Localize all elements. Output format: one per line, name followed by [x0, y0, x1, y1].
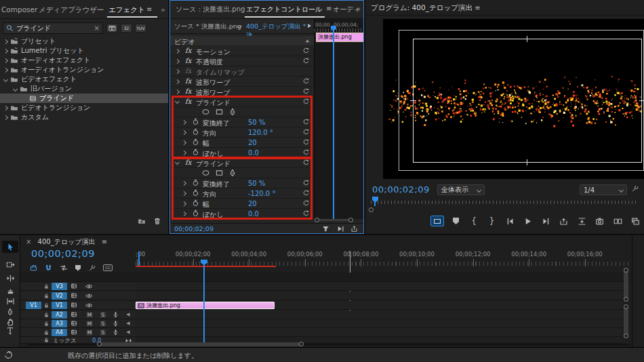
mask-ellipse-icon[interactable]	[201, 108, 210, 116]
timeline-timecode[interactable]: 00;00;02;09	[31, 248, 95, 259]
timeline-clip[interactable]: fx 決勝進出.png	[136, 302, 275, 309]
tree-item-4[interactable]: オーディオトランジション	[0, 65, 168, 75]
lock-icon[interactable]	[43, 302, 49, 308]
stopwatch-icon[interactable]	[192, 128, 199, 136]
param-row[interactable]: 方向120.0 °	[170, 127, 314, 138]
param-row[interactable]: 方向-120.0 °	[170, 188, 314, 199]
chevron-right-icon[interactable]	[182, 130, 186, 135]
chevron-right-icon[interactable]	[182, 181, 186, 186]
effect-row[interactable]: fx不透明度	[170, 56, 314, 66]
new-custom-bin-icon[interactable]	[138, 215, 146, 228]
chevron-down-icon[interactable]	[175, 99, 180, 104]
scrollbar-knob[interactable]	[97, 342, 102, 346]
track-output-icon[interactable]	[126, 321, 132, 326]
voiceover-mic-icon[interactable]	[113, 329, 119, 336]
reset-icon[interactable]	[302, 118, 310, 125]
track-target-badge[interactable]: A2	[52, 311, 67, 319]
lock-icon[interactable]	[43, 312, 49, 318]
ripple-edit-tool[interactable]	[2, 272, 18, 284]
mark-in-button[interactable]: {	[468, 216, 480, 226]
fx-badge-icon[interactable]: fx	[185, 98, 191, 105]
close-icon[interactable]: ×	[26, 238, 31, 245]
captions-icon[interactable]: CC	[103, 264, 113, 271]
track-visibility-icon[interactable]	[85, 283, 93, 290]
track-lane[interactable]	[136, 319, 622, 328]
solo-button[interactable]: S	[99, 311, 107, 319]
tree-item-6[interactable]: 旧バージョン	[0, 84, 168, 94]
tree-item-9[interactable]: カスタム	[0, 113, 168, 122]
scrollbar-knob[interactable]	[369, 207, 374, 212]
reset-icon[interactable]	[302, 47, 310, 54]
track-target-badge[interactable]: V3	[52, 283, 67, 290]
extract-button[interactable]	[576, 216, 588, 226]
safe-margins-button[interactable]	[430, 216, 444, 226]
resolution-select[interactable]: 1/4	[580, 184, 627, 195]
accelerated-effects-badge[interactable]	[106, 24, 118, 33]
fx-badge-icon[interactable]: fx	[185, 159, 191, 166]
chevron-right-icon[interactable]	[3, 67, 8, 72]
chevron-right-icon[interactable]	[182, 201, 186, 206]
tree-item-5[interactable]: ビデオエフェクト	[0, 75, 168, 84]
chevron-right-icon[interactable]	[182, 140, 186, 145]
reset-icon[interactable]	[302, 189, 310, 197]
param-value[interactable]: 120.0 °	[248, 129, 273, 136]
type-tool[interactable]: T	[2, 325, 18, 338]
param-value[interactable]: 50 %	[248, 180, 265, 187]
stopwatch-icon[interactable]	[192, 209, 199, 217]
param-value[interactable]: -120.0 °	[248, 190, 275, 197]
ec-timecode[interactable]: 00;00;02;09	[174, 225, 214, 233]
sync-lock-icon[interactable]	[71, 311, 77, 318]
timeline-zoom-scrollbar[interactable]	[100, 342, 302, 346]
scrollbar-knob[interactable]	[348, 218, 353, 222]
reset-icon[interactable]	[302, 209, 310, 217]
tree-item-2[interactable]: Lumetri プリセット	[0, 46, 168, 56]
mute-button[interactable]: M	[85, 320, 94, 327]
panel-overflow-icon[interactable]: »	[161, 5, 165, 14]
comparison-view-button[interactable]	[611, 216, 624, 226]
playhead-line[interactable]	[203, 262, 205, 344]
chevron-right-icon[interactable]	[182, 150, 186, 155]
reset-icon[interactable]	[302, 128, 310, 136]
tree-item-7[interactable]: ブラインド	[0, 94, 168, 103]
param-row[interactable]: 変換終了50 %	[170, 117, 314, 127]
param-value[interactable]: 0.0	[248, 149, 259, 157]
chevron-right-icon[interactable]	[175, 69, 180, 74]
track-visibility-icon[interactable]	[85, 292, 93, 300]
step-forward-button[interactable]	[540, 216, 552, 226]
sync-lock-icon[interactable]	[71, 329, 77, 336]
reset-icon[interactable]	[302, 148, 310, 156]
chevron-right-icon[interactable]	[182, 212, 186, 216]
track-lane[interactable]	[136, 328, 622, 337]
tab-1[interactable]: ソース : 決勝進出.png	[176, 5, 245, 14]
chevron-right-icon[interactable]	[175, 59, 180, 64]
chevron-right-icon[interactable]	[3, 115, 8, 119]
mask-pen-icon[interactable]	[228, 108, 237, 116]
sync-lock-icon[interactable]	[71, 292, 77, 299]
param-value[interactable]: 20	[248, 200, 257, 207]
fx-badge-icon[interactable]: fx	[185, 57, 191, 64]
tab-2[interactable]: エフェクトコントロール	[246, 5, 322, 14]
effects-search[interactable]: ×	[3, 22, 103, 34]
stopwatch-icon[interactable]	[192, 118, 199, 125]
solo-button[interactable]: S	[99, 320, 107, 327]
voiceover-mic-icon[interactable]	[113, 311, 119, 318]
chevron-right-icon[interactable]	[3, 105, 8, 110]
param-value[interactable]: 20	[248, 139, 257, 146]
sync-lock-icon[interactable]	[71, 283, 77, 289]
reset-icon[interactable]	[302, 87, 310, 95]
stopwatch-icon[interactable]	[192, 189, 199, 197]
panel-menu-icon[interactable]: ≡	[326, 5, 331, 12]
sequence-tab[interactable]: × 400_テロップ演出 ≡	[26, 237, 107, 247]
ec-zoom-scrollbar[interactable]	[317, 219, 352, 221]
mask-rect-icon[interactable]	[215, 169, 224, 177]
nest-sequences-icon[interactable]	[30, 264, 37, 272]
stopwatch-icon[interactable]	[192, 199, 199, 207]
track-lane[interactable]	[136, 282, 622, 291]
effect-row[interactable]: fxタイムリマップ	[170, 66, 314, 77]
param-row[interactable]: 幅20	[170, 138, 314, 148]
track-target-badge[interactable]: A4	[52, 329, 67, 336]
yuv-badge[interactable]: YUV	[135, 24, 146, 33]
track-output-icon[interactable]	[126, 312, 132, 317]
play-button[interactable]	[522, 216, 534, 226]
play-icon[interactable]	[306, 22, 313, 29]
